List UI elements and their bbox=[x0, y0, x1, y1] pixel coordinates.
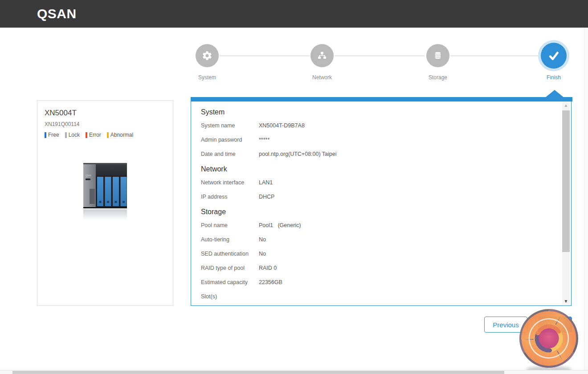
section-title-system: System bbox=[201, 108, 551, 116]
section-title-storage: Storage bbox=[201, 208, 551, 216]
apply-button[interactable]: Apply bbox=[538, 317, 572, 333]
summary-row: Slot(s) bbox=[201, 289, 551, 304]
setup-wizard-page: QSAN System Network bbox=[0, 0, 588, 374]
slot-status-legend: Free Lock Error Abnormal bbox=[45, 132, 166, 138]
summary-row: Auto-tiering No bbox=[201, 232, 551, 247]
summary-row: Admin password ***** bbox=[201, 133, 551, 147]
step-label: System bbox=[176, 74, 238, 81]
horizontal-scrollbar-thumb[interactable] bbox=[12, 371, 504, 374]
summary-row: Estimated capacity 22356GB bbox=[201, 275, 551, 289]
summary-content: System System name XN5004T-D9B7A8 Admin … bbox=[191, 102, 555, 306]
free-swatch bbox=[45, 132, 46, 138]
step-label: Network bbox=[291, 74, 353, 81]
wizard-footer: Previous Apply bbox=[0, 317, 572, 333]
panel-pointer-arrow bbox=[545, 90, 564, 98]
summary-panel: System System name XN5004T-D9B7A8 Admin … bbox=[191, 97, 572, 306]
qsan-logo: QSAN bbox=[37, 7, 77, 20]
legend-item-free: Free bbox=[45, 132, 59, 138]
horizontal-scrollbar[interactable] bbox=[0, 370, 588, 374]
summary-row: RAID type of pool RAID 0 bbox=[201, 261, 551, 275]
scroll-up-icon[interactable]: ▲ bbox=[562, 102, 570, 109]
check-icon bbox=[541, 43, 567, 69]
step-system[interactable]: System bbox=[176, 44, 238, 81]
gear-icon bbox=[196, 44, 219, 67]
device-model: XN5004T bbox=[45, 109, 166, 118]
panel-accent-bar bbox=[191, 97, 572, 102]
network-icon bbox=[310, 44, 334, 67]
nas-device-image: QSAN bbox=[45, 154, 166, 223]
step-label: Storage bbox=[407, 74, 469, 81]
legend-item-abnormal: Abnormal bbox=[107, 132, 133, 138]
vertical-scrollbar-track[interactable] bbox=[584, 28, 588, 370]
lock-swatch bbox=[65, 132, 67, 138]
summary-row: SED authentication No bbox=[201, 247, 551, 261]
step-network[interactable]: Network bbox=[291, 44, 353, 81]
device-card: XN5004T XN191Q00114 Free Lock Error Abno… bbox=[37, 100, 173, 306]
device-serial: XN191Q00114 bbox=[45, 121, 166, 127]
legend-item-lock: Lock bbox=[65, 132, 80, 138]
error-swatch bbox=[86, 132, 87, 138]
app-header: QSAN bbox=[0, 0, 588, 28]
scrollbar-thumb[interactable] bbox=[562, 110, 570, 252]
watermark-swirl-logo bbox=[515, 305, 583, 374]
scroll-down-icon[interactable]: ▼ bbox=[562, 298, 570, 305]
section-title-network: Network bbox=[201, 165, 551, 173]
previous-button[interactable]: Previous bbox=[484, 317, 527, 333]
step-finish[interactable]: Finish bbox=[523, 43, 585, 81]
step-storage[interactable]: Storage bbox=[407, 44, 469, 81]
summary-row: Network interface LAN1 bbox=[201, 175, 551, 190]
legend-item-error: Error bbox=[86, 132, 101, 138]
database-icon bbox=[426, 44, 449, 67]
svg-text:QSAN: QSAN bbox=[86, 175, 91, 177]
summary-row: IP address DHCP bbox=[201, 190, 551, 204]
summary-row: Date and time pool.ntp.org(UTC+08:00) Ta… bbox=[201, 147, 551, 161]
panel-scrollbar[interactable]: ▲ ▼ bbox=[562, 102, 570, 305]
abnormal-swatch bbox=[107, 132, 109, 138]
step-label: Finish bbox=[523, 74, 585, 81]
summary-row: Pool name Pool1 (Generic) bbox=[201, 218, 551, 232]
summary-row: System name XN5004T-D9B7A8 bbox=[201, 118, 551, 133]
